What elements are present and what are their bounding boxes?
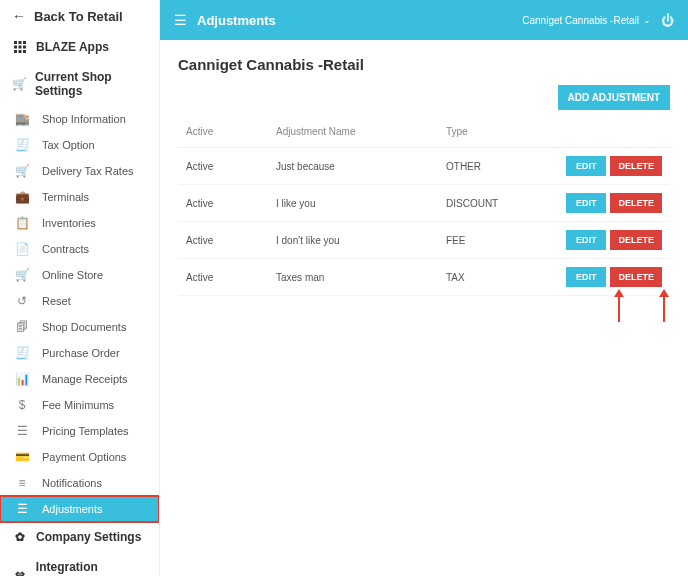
svg-rect-4 <box>19 46 22 49</box>
section-current-shop[interactable]: 🛒 Current Shop Settings <box>0 62 159 106</box>
nav-label: Shop Documents <box>42 321 126 333</box>
back-to-retail[interactable]: ← Back To Retail <box>0 0 159 32</box>
section-company-settings[interactable]: ✿ Company Settings <box>0 522 159 552</box>
delete-button[interactable]: DELETE <box>610 193 662 213</box>
nav-tax-option[interactable]: 🧾Tax Option <box>0 132 159 158</box>
nav-reset[interactable]: ↺Reset <box>0 288 159 314</box>
nav-inventories[interactable]: 📋Inventories <box>0 210 159 236</box>
nav-manage-receipts[interactable]: 📊Manage Receipts <box>0 366 159 392</box>
cell-name: I don't like you <box>268 222 438 259</box>
table-row: ActiveI don't like youFEEEDITDELETE <box>178 222 670 259</box>
delete-button[interactable]: DELETE <box>610 156 662 176</box>
svg-rect-1 <box>19 41 22 44</box>
nav-label: Shop Information <box>42 113 126 125</box>
page-heading: Canniget Cannabis -Retail <box>178 56 670 73</box>
nav-terminals[interactable]: 💼Terminals <box>0 184 159 210</box>
nav-label: Purchase Order <box>42 347 120 359</box>
nav-contracts[interactable]: 📄Contracts <box>0 236 159 262</box>
edit-button[interactable]: EDIT <box>566 193 607 213</box>
nav-delivery-tax-rates[interactable]: 🛒Delivery Tax Rates <box>0 158 159 184</box>
section-integration-settings[interactable]: ⇔ Integration Settings <box>0 552 159 576</box>
cell-active: Active <box>178 185 268 222</box>
nav-label: Notifications <box>42 477 102 489</box>
page-title: Adjustments <box>197 13 522 28</box>
nav-label: Pricing Templates <box>42 425 129 437</box>
nav-adjustments[interactable]: ☰Adjustments <box>0 496 159 522</box>
cell-active: Active <box>178 222 268 259</box>
nav-shop-documents[interactable]: 🗐Shop Documents <box>0 314 159 340</box>
document-icon: 📄 <box>14 242 30 256</box>
arrow-left-icon: ← <box>12 8 26 24</box>
section-label: BLAZE Apps <box>36 40 109 54</box>
cart-icon: 🛒 <box>14 268 30 282</box>
dollar-icon: $ <box>14 398 30 412</box>
nav-label: Fee Minimums <box>42 399 114 411</box>
content-area: Canniget Cannabis -Retail ADD ADJUSTMENT… <box>160 40 688 352</box>
power-icon[interactable]: ⏻ <box>661 13 674 28</box>
hamburger-icon[interactable]: ☰ <box>174 12 187 28</box>
nav-fee-minimums[interactable]: $Fee Minimums <box>0 392 159 418</box>
cell-name: I like you <box>268 185 438 222</box>
nav-label: Delivery Tax Rates <box>42 165 134 177</box>
section-blaze-apps[interactable]: BLAZE Apps <box>0 32 159 62</box>
annotation-arrows <box>178 296 670 336</box>
nav-label: Terminals <box>42 191 89 203</box>
nav-online-store[interactable]: 🛒Online Store <box>0 262 159 288</box>
cart-icon: 🛒 <box>12 77 27 91</box>
delete-button[interactable]: DELETE <box>610 267 662 287</box>
edit-button[interactable]: EDIT <box>566 230 607 250</box>
svg-rect-0 <box>14 41 17 44</box>
inventory-icon: 📋 <box>14 216 30 230</box>
col-active: Active <box>178 116 268 148</box>
nav-label: Manage Receipts <box>42 373 128 385</box>
nav-pricing-templates[interactable]: ☰Pricing Templates <box>0 418 159 444</box>
link-icon: ⇔ <box>12 567 28 576</box>
table-row: ActiveJust becauseOTHEREDITDELETE <box>178 148 670 185</box>
adjustments-table: Active Adjustment Name Type ActiveJust b… <box>178 116 670 296</box>
cell-type: FEE <box>438 222 558 259</box>
svg-rect-2 <box>23 41 26 44</box>
cell-name: Just because <box>268 148 438 185</box>
edit-button[interactable]: EDIT <box>566 267 607 287</box>
section-label: Current Shop Settings <box>35 70 147 98</box>
template-icon: ☰ <box>14 424 30 438</box>
cell-active: Active <box>178 259 268 296</box>
receipt-icon: 📊 <box>14 372 30 386</box>
nav-label: Reset <box>42 295 71 307</box>
svg-rect-3 <box>14 46 17 49</box>
delete-button[interactable]: DELETE <box>610 230 662 250</box>
card-icon: 💳 <box>14 450 30 464</box>
shop-nav-list: 🏬Shop Information 🧾Tax Option 🛒Delivery … <box>0 106 159 522</box>
menu-icon: ☰ <box>14 502 30 516</box>
nav-label: Online Store <box>42 269 103 281</box>
nav-notifications[interactable]: ≡Notifications <box>0 470 159 496</box>
nav-label: Payment Options <box>42 451 126 463</box>
arrow-edit-annotation <box>618 296 620 322</box>
topbar: ☰ Adjustments Canniget Cannabis -Retail … <box>160 0 688 40</box>
section-label: Integration Settings <box>36 560 147 576</box>
col-name: Adjustment Name <box>268 116 438 148</box>
edit-button[interactable]: EDIT <box>566 156 607 176</box>
svg-rect-6 <box>14 50 17 53</box>
cell-type: OTHER <box>438 148 558 185</box>
shop-dropdown[interactable]: Canniget Cannabis -Retail ⌄ <box>522 15 651 26</box>
nav-label: Tax Option <box>42 139 95 151</box>
gear-icon: ✿ <box>12 530 28 544</box>
section-label: Company Settings <box>36 530 141 544</box>
shop-name: Canniget Cannabis -Retail <box>522 15 639 26</box>
main-panel: ☰ Adjustments Canniget Cannabis -Retail … <box>160 0 688 576</box>
order-icon: 🧾 <box>14 346 30 360</box>
nav-shop-information[interactable]: 🏬Shop Information <box>0 106 159 132</box>
add-adjustment-button[interactable]: ADD ADJUSTMENT <box>558 85 670 110</box>
cell-active: Active <box>178 148 268 185</box>
table-row: ActiveI like youDISCOUNTEDITDELETE <box>178 185 670 222</box>
cell-type: TAX <box>438 259 558 296</box>
cell-type: DISCOUNT <box>438 185 558 222</box>
briefcase-icon: 💼 <box>14 190 30 204</box>
nav-payment-options[interactable]: 💳Payment Options <box>0 444 159 470</box>
col-type: Type <box>438 116 558 148</box>
svg-rect-8 <box>23 50 26 53</box>
store-icon: 🏬 <box>14 112 30 126</box>
nav-purchase-order[interactable]: 🧾Purchase Order <box>0 340 159 366</box>
apps-icon <box>12 41 28 53</box>
